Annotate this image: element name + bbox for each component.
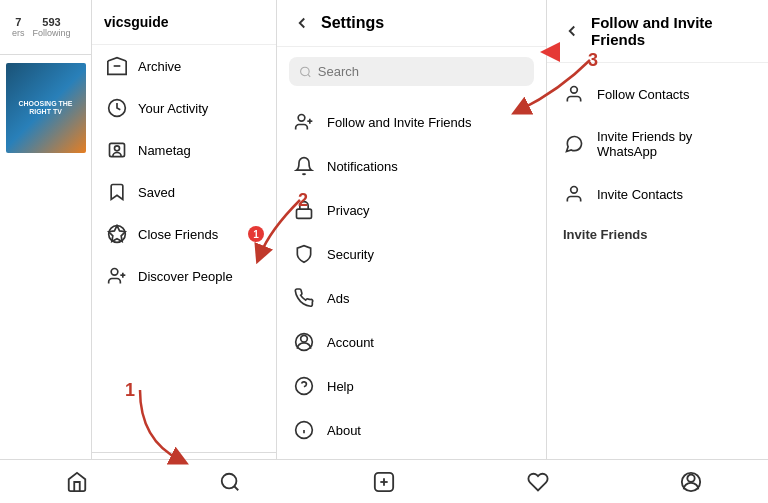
security-label: Security: [327, 247, 374, 262]
search-input[interactable]: [318, 64, 524, 79]
activity-icon: [106, 97, 128, 119]
discover-people-icon: [106, 265, 128, 287]
follow-contacts-icon: [563, 83, 585, 105]
nametag-icon: [106, 139, 128, 161]
svg-point-6: [111, 269, 118, 276]
svg-point-25: [571, 87, 578, 94]
privacy-label: Privacy: [327, 203, 370, 218]
sidebar-nav: vicsguide Archive: [92, 0, 277, 503]
settings-ads[interactable]: Ads: [277, 276, 546, 320]
profile-tab-icon: [680, 471, 702, 493]
saved-label: Saved: [138, 185, 175, 200]
search-icon: [299, 65, 312, 79]
help-label: Help: [327, 379, 354, 394]
follow-list: Follow Contacts Invite Friends by WhatsA…: [547, 63, 768, 503]
svg-line-11: [308, 74, 310, 76]
svg-point-10: [301, 67, 310, 76]
post-thumbnail[interactable]: CHOOSING THE RIGHT TV: [6, 63, 86, 153]
follow-contacts-item[interactable]: Follow Contacts: [547, 71, 768, 117]
svg-line-32: [235, 486, 239, 490]
tab-search[interactable]: [154, 460, 308, 503]
profile-strip: 7 ers 593 Following CHOOSING THE RIGHT T…: [0, 0, 92, 503]
sidebar-nav-list: Archive Your Activity: [92, 45, 276, 452]
help-icon: [293, 375, 315, 397]
archive-icon: [106, 55, 128, 77]
follow-panel-title: Follow and Invite Friends: [591, 14, 752, 48]
home-icon: [66, 471, 88, 493]
invite-contacts-label: Invite Contacts: [597, 187, 683, 202]
svg-point-16: [301, 335, 308, 342]
lock-icon: [293, 199, 315, 221]
follow-invite-panel: Follow and Invite Friends Follow Contact…: [547, 0, 768, 503]
invite-contacts-icon: [563, 183, 585, 205]
sidebar-username: vicsguide: [92, 0, 276, 45]
info-icon: [293, 419, 315, 441]
bookmark-icon: [106, 181, 128, 203]
your-activity-label: Your Activity: [138, 101, 208, 116]
tab-likes[interactable]: [461, 460, 615, 503]
followers-stat: 7 ers: [12, 16, 25, 38]
svg-point-31: [222, 473, 237, 488]
search-tab-icon: [219, 471, 241, 493]
settings-account[interactable]: Account: [277, 320, 546, 364]
close-friends-icon: [106, 223, 128, 245]
svg-rect-15: [297, 209, 312, 218]
settings-notifications[interactable]: Notifications: [277, 144, 546, 188]
settings-panel: Settings Follow and Invite Frie: [277, 0, 547, 503]
settings-header: Settings: [277, 0, 546, 47]
sidebar-item-saved[interactable]: Saved: [92, 171, 276, 213]
person-add-icon: [293, 111, 315, 133]
invite-contacts-item[interactable]: Invite Contacts: [547, 171, 768, 217]
follow-header: Follow and Invite Friends: [547, 0, 768, 63]
sidebar-item-discover-people[interactable]: Discover People: [92, 255, 276, 297]
bottom-tabs: [0, 459, 768, 503]
close-friends-badge: 1: [248, 226, 264, 242]
invite-whatsapp-item[interactable]: Invite Friends by WhatsApp: [547, 117, 768, 171]
settings-back-button[interactable]: [293, 14, 311, 32]
discover-people-label: Discover People: [138, 269, 233, 284]
account-label: Account: [327, 335, 374, 350]
nametag-label: Nametag: [138, 143, 191, 158]
svg-point-36: [688, 474, 695, 481]
settings-follow-invite[interactable]: Follow and Invite Friends: [277, 100, 546, 144]
follow-contacts-label: Follow Contacts: [597, 87, 689, 102]
follow-back-button[interactable]: [563, 22, 581, 40]
settings-help[interactable]: Help: [277, 364, 546, 408]
shield-icon: [293, 243, 315, 265]
following-stat: 593 Following: [33, 16, 71, 38]
notifications-label: Notifications: [327, 159, 398, 174]
search-bar[interactable]: [289, 57, 534, 86]
ads-icon: [293, 287, 315, 309]
settings-privacy[interactable]: Privacy: [277, 188, 546, 232]
add-icon: [373, 471, 395, 493]
sidebar-item-nametag[interactable]: Nametag: [92, 129, 276, 171]
tab-home[interactable]: [0, 460, 154, 503]
close-friends-label: Close Friends: [138, 227, 218, 242]
settings-title: Settings: [321, 14, 384, 32]
sidebar-item-close-friends[interactable]: Close Friends 1: [92, 213, 276, 255]
tab-add[interactable]: [307, 460, 461, 503]
whatsapp-icon: [563, 133, 585, 155]
svg-point-12: [298, 115, 305, 122]
settings-security[interactable]: Security: [277, 232, 546, 276]
account-icon: [293, 331, 315, 353]
follow-invite-label: Follow and Invite Friends: [327, 115, 472, 130]
settings-about[interactable]: About: [277, 408, 546, 452]
svg-point-3: [115, 146, 120, 151]
bell-icon: [293, 155, 315, 177]
about-label: About: [327, 423, 361, 438]
invite-whatsapp-label: Invite Friends by WhatsApp: [597, 129, 752, 159]
svg-point-26: [571, 187, 578, 194]
invite-friends-heading: Invite Friends: [547, 217, 768, 252]
archive-label: Archive: [138, 59, 181, 74]
tab-profile[interactable]: [614, 460, 768, 503]
sidebar-item-your-activity[interactable]: Your Activity: [92, 87, 276, 129]
settings-list: Follow and Invite Friends Notifications: [277, 96, 546, 503]
heart-icon: [527, 471, 549, 493]
ads-label: Ads: [327, 291, 349, 306]
sidebar-item-archive[interactable]: Archive: [92, 45, 276, 87]
